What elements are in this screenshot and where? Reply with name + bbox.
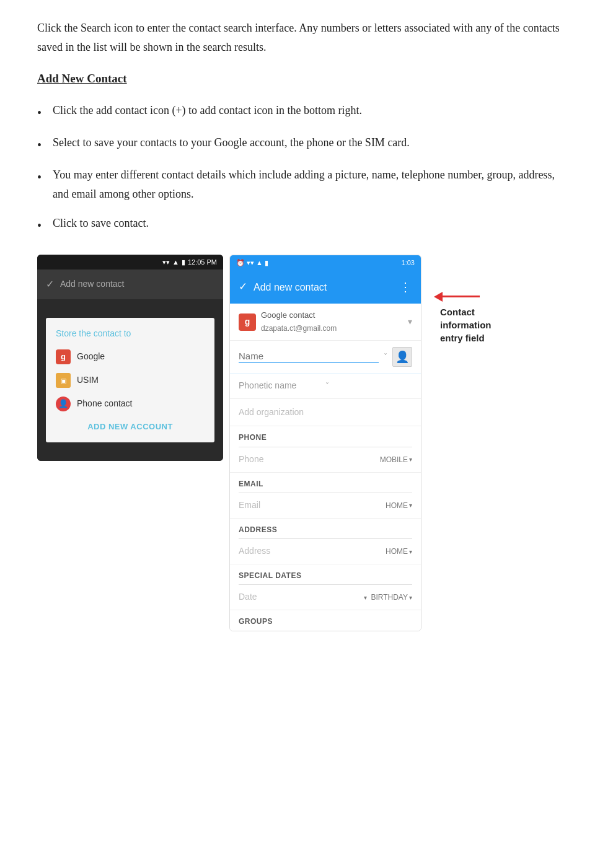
store-box: Store the contact to g Google ▣ USIM 👤 P… xyxy=(46,318,214,443)
email-type[interactable]: HOME ▾ xyxy=(386,499,412,512)
bullet-dot: • xyxy=(37,167,42,188)
birthday-type-arrow: ▾ xyxy=(409,592,412,603)
bullet-list: • Click the add contact icon (+) to add … xyxy=(37,101,563,235)
action-title-right: Add new contact xyxy=(254,279,327,296)
name-input[interactable] xyxy=(239,351,379,363)
red-arrow xyxy=(434,292,480,302)
more-options-icon[interactable]: ⋮ xyxy=(399,276,412,297)
bullet-dot: • xyxy=(37,215,42,236)
check-icon: ✓ xyxy=(46,276,54,292)
name-row: ˅ 👤 xyxy=(230,341,421,374)
intro-section: Click the Search icon to enter the conta… xyxy=(37,19,563,56)
arrow-line xyxy=(443,296,480,297)
store-option-google[interactable]: g Google xyxy=(56,349,205,364)
bullet-text: Select to save your contacts to your Goo… xyxy=(53,133,563,152)
email-field-row: Email HOME ▾ xyxy=(230,493,421,519)
account-email: dzapata.ct@gmail.com xyxy=(261,322,403,335)
bullet-text: Click to save contact. xyxy=(53,214,563,233)
arrow-head xyxy=(434,292,443,302)
list-item: • Click to save contact. xyxy=(37,214,563,236)
battery-icon: ▮ xyxy=(182,256,185,268)
address-field-row: Address HOME ▾ xyxy=(230,539,421,564)
list-item: • Select to save your contacts to your G… xyxy=(37,133,563,156)
google-account-icon: g xyxy=(239,313,256,331)
status-bar-left: ▾▾ ▲ ▮ 12:05 PM xyxy=(37,255,223,270)
phone-section-label: PHONE xyxy=(230,426,421,446)
action-bar-left: ✓ Add new contact xyxy=(37,270,223,299)
phone-contact-icon: 👤 xyxy=(56,397,71,411)
org-placeholder: Add organization xyxy=(239,407,304,417)
bullet-text: You may enter different contact details … xyxy=(53,165,563,203)
store-label: Store the contact to xyxy=(56,327,205,341)
store-option-phone[interactable]: 👤 Phone contact xyxy=(56,397,205,411)
usim-icon: ▣ xyxy=(56,373,71,388)
email-type-label: HOME xyxy=(386,499,408,512)
email-input-placeholder[interactable]: Email xyxy=(239,498,382,513)
chevron-expand-icon: ˅ xyxy=(384,351,387,363)
birthday-type-label: BIRTHDAY xyxy=(371,591,408,603)
account-type: Google contact xyxy=(261,309,403,322)
add-account-button[interactable]: ADD NEW ACCOUNT xyxy=(56,420,205,434)
action-title-left: Add new contact xyxy=(60,277,125,292)
date-arrow[interactable]: ▾ xyxy=(364,592,367,603)
bullet-dot: • xyxy=(37,102,42,123)
phone-right-screenshot: ⏰ ▾▾ ▲ ▮ 1:03 ✓ Add new contact ⋮ g Goog… xyxy=(229,255,421,631)
store-option-usim[interactable]: ▣ USIM xyxy=(56,373,205,388)
phone-type[interactable]: MOBILE ▾ xyxy=(380,454,412,466)
account-info: Google contact dzapata.ct@gmail.com xyxy=(261,309,403,335)
avatar-icon: 👤 xyxy=(392,347,412,367)
date-type-arrow: ▾ xyxy=(364,592,367,603)
phone-left-screenshot: ▾▾ ▲ ▮ 12:05 PM ✓ Add new contact Store … xyxy=(37,255,223,462)
phone-contact-label: Phone contact xyxy=(77,397,133,411)
birthday-type[interactable]: BIRTHDAY ▾ xyxy=(371,591,412,603)
intro-paragraph: Click the Search icon to enter the conta… xyxy=(37,19,563,56)
phone-input-placeholder[interactable]: Phone xyxy=(239,452,376,467)
signal-icon: ▲ xyxy=(172,256,179,268)
check-icon-right: ✓ xyxy=(239,278,247,296)
chevron-phonetic-icon: ˅ xyxy=(325,380,412,392)
annotation-area: Contactinformationentry field xyxy=(428,255,492,344)
section-heading: Add New Contact xyxy=(37,69,563,89)
special-dates-section-label: SPECIAL DATES xyxy=(230,564,421,584)
chevron-down-icon: ▾ xyxy=(408,315,412,330)
usim-label: USIM xyxy=(77,373,99,388)
address-section-label: ADDRESS xyxy=(230,519,421,538)
list-item: • Click the add contact icon (+) to add … xyxy=(37,101,563,123)
time-left: 12:05 PM xyxy=(188,256,217,268)
google-icon: g xyxy=(56,349,71,364)
address-input-placeholder[interactable]: Address xyxy=(239,544,382,559)
bullet-dot: • xyxy=(37,134,42,156)
phonetic-name-label: Phonetic name xyxy=(239,379,325,393)
list-item: • You may enter different contact detail… xyxy=(37,165,563,203)
org-row: Add organization xyxy=(230,399,421,427)
annotation-text: Contactinformationentry field xyxy=(440,305,492,344)
action-bar-left-group: ✓ Add new contact xyxy=(239,278,327,296)
bullet-text: Click the add contact icon (+) to add co… xyxy=(53,101,563,120)
address-type-label: HOME xyxy=(386,545,408,558)
phone-field-row: Phone MOBILE ▾ xyxy=(230,447,421,473)
phone-type-label: MOBILE xyxy=(380,454,408,466)
email-section-label: EMAIL xyxy=(230,473,421,493)
address-type[interactable]: HOME ▾ xyxy=(386,545,412,558)
date-input-placeholder[interactable]: Date xyxy=(239,590,360,605)
groups-section-label: GROUPS xyxy=(230,610,421,630)
status-icons-right: ⏰ ▾▾ ▲ ▮ xyxy=(236,257,268,269)
email-type-arrow: ▾ xyxy=(409,500,412,511)
date-field-row: Date ▾ BIRTHDAY ▾ xyxy=(230,585,421,610)
wifi-icon: ▾▾ xyxy=(162,256,170,268)
google-label: Google xyxy=(77,349,105,364)
phone-left-body: Store the contact to g Google ▣ USIM 👤 P… xyxy=(37,299,223,462)
screenshots-row: ▾▾ ▲ ▮ 12:05 PM ✓ Add new contact Store … xyxy=(37,255,563,631)
status-bar-right: ⏰ ▾▾ ▲ ▮ 1:03 xyxy=(230,255,421,271)
phone-right-body: g Google contact dzapata.ct@gmail.com ▾ … xyxy=(230,304,421,630)
action-bar-right: ✓ Add new contact ⋮ xyxy=(230,270,421,304)
google-account-row: g Google contact dzapata.ct@gmail.com ▾ xyxy=(230,304,421,340)
phone-type-arrow: ▾ xyxy=(409,454,412,465)
phonetic-name-row: Phonetic name ˅ xyxy=(230,374,421,399)
time-right: 1:03 xyxy=(402,257,415,269)
address-type-arrow: ▾ xyxy=(409,546,412,557)
